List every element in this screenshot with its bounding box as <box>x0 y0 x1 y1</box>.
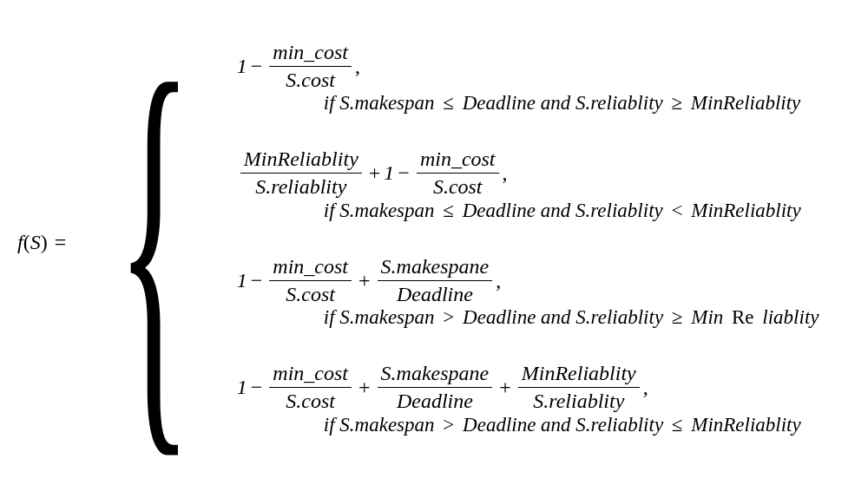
frac-numerator: min_cost <box>269 362 352 388</box>
brace-container: { 1 − min_cost S.cost , if S.makespan ≤ <box>76 29 819 457</box>
plus-op: + <box>499 376 511 399</box>
minus-op: − <box>398 161 410 185</box>
left-brace-icon: { <box>116 29 192 457</box>
frac-numerator: min_cost <box>269 255 352 281</box>
frac-denominator: S.cost <box>282 281 339 306</box>
case-4: 1 − min_cost S.cost + S.makespane Deadli… <box>237 364 819 436</box>
frac-numerator: min_cost <box>417 147 499 174</box>
function-arg: S <box>30 231 41 254</box>
case-2-expression: MinReliablity S.reliablity + 1 − min_cos… <box>237 149 819 198</box>
case-2: MinReliablity S.reliablity + 1 − min_cos… <box>237 149 819 222</box>
minus-op: − <box>251 376 263 399</box>
cases-list: 1 − min_cost S.cost , if S.makespan ≤ De… <box>233 29 819 457</box>
frac-numerator: MinReliablity <box>240 147 362 174</box>
cond-text: liablity <box>762 306 819 328</box>
le-op: ≤ <box>443 92 454 114</box>
fraction-smake-deadline: S.makespane Deadline <box>378 362 493 413</box>
case-1-expression: 1 − min_cost S.cost , <box>237 42 819 90</box>
frac-numerator: S.makespane <box>378 255 493 281</box>
cond-if: if <box>324 200 340 221</box>
minus-op: − <box>251 55 263 78</box>
gt-op: > <box>443 306 454 328</box>
cond-var: S.makespan <box>339 200 434 221</box>
case-4-expression: 1 − min_cost S.cost + S.makespane Deadli… <box>237 364 819 412</box>
cond-if: if <box>324 92 340 114</box>
cond-if: if <box>324 306 340 328</box>
cond-text: Min <box>691 306 723 328</box>
lhs: f ( S ) = <box>17 231 69 254</box>
frac-numerator: S.makespane <box>378 362 493 388</box>
le-op: ≤ <box>443 200 454 221</box>
frac-denominator: Deadline <box>393 281 477 306</box>
case-4-condition: if S.makespan > Deadline and S.reliablit… <box>237 414 819 436</box>
literal-one: 1 <box>237 269 247 292</box>
ge-op: ≥ <box>671 92 682 114</box>
fraction-mincost-scost: min_cost S.cost <box>269 41 352 92</box>
fraction-mincost-scost: min_cost S.cost <box>269 362 352 413</box>
fraction-mincost-scost: min_cost S.cost <box>417 147 499 199</box>
plus-op: + <box>358 269 371 292</box>
frac-numerator: min_cost <box>269 41 352 67</box>
fraction-mincost-scost: min_cost S.cost <box>269 255 352 306</box>
frac-denominator: S.cost <box>282 67 339 92</box>
piecewise-equation: f ( S ) = { 1 − min_cost S.cost , if <box>17 29 819 457</box>
cond-text: Deadline and S.reliablity <box>463 200 663 221</box>
plus-op: + <box>369 161 381 185</box>
literal-one: 1 <box>237 376 247 399</box>
fraction-minrel-srel: MinReliablity S.reliablity <box>240 147 362 199</box>
frac-denominator: S.cost <box>430 174 486 199</box>
plus-op: + <box>358 376 371 399</box>
frac-denominator: Deadline <box>393 388 477 413</box>
fraction-minrel-srel: MinReliablity S.reliablity <box>518 362 640 413</box>
cond-text: Re <box>732 306 754 328</box>
frac-numerator: MinReliablity <box>518 362 640 388</box>
case-1-condition: if S.makespan ≤ Deadline and S.reliablit… <box>237 92 819 115</box>
cond-if: if <box>324 414 340 436</box>
cond-var: S.makespan <box>339 92 434 114</box>
cond-text: MinReliablity <box>691 92 800 114</box>
open-paren: ( <box>23 231 30 254</box>
cond-text: Deadline and S.reliablity <box>463 414 663 436</box>
function-name: f <box>17 231 23 254</box>
case-1: 1 − min_cost S.cost , if S.makespan ≤ De… <box>237 42 819 115</box>
literal-one: 1 <box>384 161 394 185</box>
case-2-condition: if S.makespan ≤ Deadline and S.reliablit… <box>237 200 819 222</box>
cond-var: S.makespan <box>339 306 434 328</box>
frac-denominator: S.reliablity <box>252 174 350 199</box>
fraction-smake-deadline: S.makespane Deadline <box>378 255 493 306</box>
equals-sign: = <box>55 231 67 254</box>
cond-var: S.makespan <box>339 414 434 436</box>
comma: , <box>355 55 360 78</box>
le-op: ≤ <box>672 414 683 436</box>
frac-denominator: S.cost <box>282 388 339 413</box>
frac-denominator: S.reliablity <box>529 388 628 413</box>
comma: , <box>503 161 508 185</box>
case-3-expression: 1 − min_cost S.cost + S.makespane Deadli… <box>237 256 819 305</box>
cond-text: Deadline and S.reliablity <box>463 306 663 328</box>
cond-text: Deadline and S.reliablity <box>463 92 663 114</box>
lt-op: < <box>671 200 682 221</box>
literal-one: 1 <box>237 55 247 78</box>
case-3: 1 − min_cost S.cost + S.makespane Deadli… <box>237 256 819 329</box>
gt-op: > <box>443 414 454 436</box>
cond-text: MinReliablity <box>691 200 800 221</box>
minus-op: − <box>251 269 263 292</box>
case-3-condition: if S.makespan > Deadline and S.reliablit… <box>237 306 819 329</box>
ge-op: ≥ <box>672 306 683 328</box>
close-paren: ) <box>41 231 48 254</box>
cond-text: MinReliablity <box>691 414 800 436</box>
comma: , <box>643 376 648 399</box>
comma: , <box>496 269 501 292</box>
